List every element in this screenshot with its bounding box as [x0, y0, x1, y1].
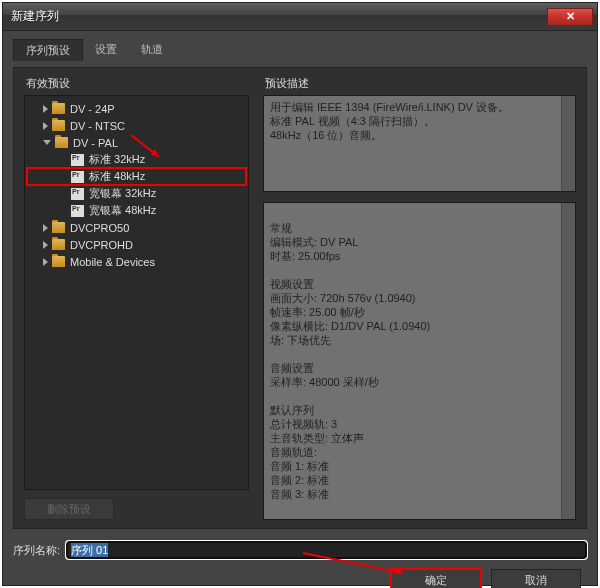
presets-header: 有效预设: [24, 76, 249, 91]
dialog-button-row: 确定 取消: [13, 569, 587, 588]
preset-icon: [71, 205, 84, 217]
tree-item-label: DV - PAL: [73, 137, 118, 149]
chevron-right-icon[interactable]: [43, 258, 48, 266]
chevron-down-icon[interactable]: [43, 140, 51, 145]
desc-details-text: 常规 编辑模式: DV PAL 时基: 25.00fps 视频设置 画面大小: …: [270, 222, 430, 500]
close-icon: ✕: [566, 10, 575, 23]
tree-item-label: DV - NTSC: [70, 120, 125, 132]
tree-folder[interactable]: DV - NTSC: [27, 117, 246, 134]
tree-item-label: 标准 32kHz: [89, 152, 145, 167]
titlebar: 新建序列 ✕: [3, 3, 597, 31]
tree-preset[interactable]: 宽银幕 48kHz: [27, 202, 246, 219]
tab-sequence-presets[interactable]: 序列预设: [13, 39, 83, 61]
tab-bar: 序列预设 设置 轨道: [13, 39, 587, 61]
description-header: 预设描述: [263, 76, 576, 91]
window-title: 新建序列: [11, 8, 59, 25]
folder-icon: [52, 222, 65, 233]
chevron-right-icon[interactable]: [43, 105, 48, 113]
folder-icon: [52, 103, 65, 114]
tree-folder[interactable]: Mobile & Devices: [27, 253, 246, 270]
preset-icon: [71, 154, 84, 166]
new-sequence-dialog: 新建序列 ✕ 序列预设 设置 轨道 有效预设 DV - 24PDV - NTSC…: [2, 2, 598, 586]
folder-icon: [52, 239, 65, 250]
description-column: 预设描述 用于编辑 IEEE 1394 (FireWire/i.LINK) DV…: [263, 76, 576, 520]
preset-description-summary: 用于编辑 IEEE 1394 (FireWire/i.LINK) DV 设备。 …: [263, 95, 576, 192]
tree-item-label: 宽银幕 32kHz: [89, 186, 156, 201]
folder-icon: [52, 120, 65, 131]
presets-column: 有效预设 DV - 24PDV - NTSCDV - PAL标准 32kHz标准…: [24, 76, 249, 520]
tab-tracks[interactable]: 轨道: [129, 39, 175, 61]
desc-summary-text: 用于编辑 IEEE 1394 (FireWire/i.LINK) DV 设备。 …: [270, 101, 509, 141]
tree-preset[interactable]: 宽银幕 32kHz: [27, 185, 246, 202]
folder-icon: [52, 256, 65, 267]
dialog-body: 序列预设 设置 轨道 有效预设 DV - 24PDV - NTSCDV - PA…: [3, 31, 597, 585]
tab-settings[interactable]: 设置: [83, 39, 129, 61]
scrollbar[interactable]: [561, 96, 575, 191]
tree-preset[interactable]: 标准 48kHz: [27, 168, 246, 185]
folder-icon: [55, 137, 68, 148]
tree-item-label: DVCPRO50: [70, 222, 129, 234]
chevron-right-icon[interactable]: [43, 241, 48, 249]
tree-folder[interactable]: DVCPRO50: [27, 219, 246, 236]
sequence-name-input[interactable]: [66, 541, 587, 559]
tree-item-label: DV - 24P: [70, 103, 115, 115]
cancel-button[interactable]: 取消: [491, 569, 581, 588]
close-button[interactable]: ✕: [547, 8, 593, 26]
tree-folder[interactable]: DV - PAL: [27, 134, 246, 151]
chevron-right-icon[interactable]: [43, 224, 48, 232]
chevron-right-icon[interactable]: [43, 122, 48, 130]
sequence-name-row: 序列名称:: [13, 541, 587, 559]
tree-item-label: DVCPROHD: [70, 239, 133, 251]
preset-icon: [71, 171, 84, 183]
tree-item-label: Mobile & Devices: [70, 256, 155, 268]
tree-folder[interactable]: DV - 24P: [27, 100, 246, 117]
tree-item-label: 标准 48kHz: [89, 169, 145, 184]
main-panel: 有效预设 DV - 24PDV - NTSCDV - PAL标准 32kHz标准…: [13, 67, 587, 529]
sequence-name-label: 序列名称:: [13, 543, 60, 558]
tree-preset[interactable]: 标准 32kHz: [27, 151, 246, 168]
preset-tree[interactable]: DV - 24PDV - NTSCDV - PAL标准 32kHz标准 48kH…: [24, 95, 249, 490]
scrollbar[interactable]: [561, 203, 575, 519]
tree-item-label: 宽银幕 48kHz: [89, 203, 156, 218]
ok-button[interactable]: 确定: [391, 569, 481, 588]
tree-folder[interactable]: DVCPROHD: [27, 236, 246, 253]
delete-preset-button: 删除预设: [24, 498, 114, 520]
preset-icon: [71, 188, 84, 200]
preset-description-details: 常规 编辑模式: DV PAL 时基: 25.00fps 视频设置 画面大小: …: [263, 202, 576, 520]
